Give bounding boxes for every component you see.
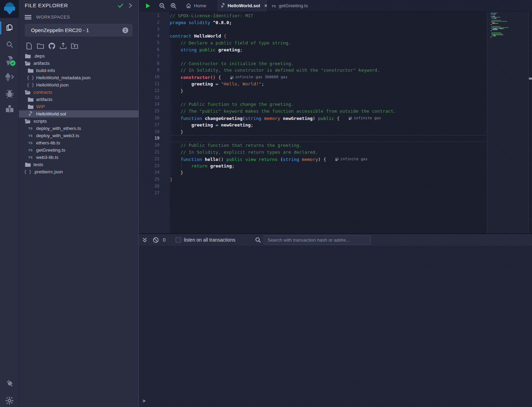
hamburger-menu-icon[interactable]: [25, 15, 31, 20]
scrollbar-thumb[interactable]: [529, 78, 532, 80]
ts-icon: TS: [28, 156, 33, 159]
indent-guide: [171, 135, 171, 142]
indent-guide: [171, 81, 171, 88]
tree-item-wip[interactable]: WIP: [19, 103, 139, 110]
line-number: 5: [139, 40, 159, 47]
zoom-out-icon[interactable]: [159, 0, 165, 11]
deploy-and-run-icon[interactable]: [0, 70, 19, 84]
code-line-14: // Public function to change the greetin…: [170, 101, 487, 108]
tree-item-helloworld-sol[interactable]: HelloWorld.sol: [19, 110, 139, 118]
check-icon: [117, 3, 124, 8]
gas-estimate-widget[interactable]: infinite gas: [335, 156, 367, 163]
tree-item-build-info[interactable]: build-info: [19, 67, 139, 74]
line-number: 4: [139, 33, 159, 40]
indent-guide: [171, 122, 171, 129]
code-line-10: constructor() {infinite gas 368600 gas: [170, 74, 487, 81]
zoom-in-icon[interactable]: [170, 0, 177, 11]
tree-item-label: .deps: [33, 53, 45, 59]
transaction-search-input[interactable]: [264, 235, 371, 245]
editor-scrollbar[interactable]: [528, 11, 532, 233]
gas-estimate-widget[interactable]: infinite gas 368600 gas: [230, 74, 288, 81]
code-line-24: }: [170, 169, 487, 176]
line-number: 8: [139, 60, 159, 67]
sol-icon: [28, 111, 33, 116]
gas-estimate-widget[interactable]: infinite gas: [348, 115, 381, 122]
upload-folder-icon[interactable]: [70, 42, 79, 50]
tree-item--deps[interactable]: .deps: [19, 52, 139, 60]
upload-file-icon[interactable]: [59, 42, 67, 50]
new-folder-icon[interactable]: [36, 42, 44, 50]
code-line-1: // SPDX-License-Identifier: MIT: [170, 12, 487, 19]
tree-item-scripts[interactable]: scripts: [19, 118, 139, 125]
chevron-right-icon[interactable]: [128, 3, 133, 8]
debugger-icon[interactable]: [0, 87, 19, 101]
learn-book-icon[interactable]: [0, 102, 19, 116]
terminal-prompt: >: [143, 398, 145, 404]
collapse-double-chevron-icon[interactable]: [142, 234, 147, 246]
tree-item-web3-lib-ts[interactable]: TSweb3-lib.ts: [19, 154, 139, 161]
tree-item-contracts[interactable]: contracts: [19, 89, 139, 96]
code-content[interactable]: // SPDX-License-Identifier: MITpragma so…: [170, 11, 487, 233]
new-file-icon[interactable]: [25, 42, 33, 50]
indent-guide: [171, 88, 171, 94]
tree-item-tests[interactable]: tests: [19, 161, 139, 168]
line-number: 6: [139, 47, 159, 53]
code-line-18: }: [170, 129, 487, 135]
tab-label: HelloWorld.sol: [228, 3, 260, 8]
folder-open-icon: [25, 61, 31, 65]
tab-home[interactable]: Home: [182, 0, 215, 11]
remix-logo[interactable]: [0, 0, 19, 18]
tree-item-getgreeting-ts[interactable]: TSgetGreeting.ts: [19, 146, 139, 154]
ts-icon: TS: [272, 3, 276, 8]
indent-guide: [171, 129, 171, 135]
line-number: 10: [139, 74, 159, 81]
tree-item-deploy-with-ethers-ts[interactable]: TSdeploy_with_ethers.ts: [19, 125, 139, 132]
listen-transactions-checkbox[interactable]: [176, 237, 181, 243]
run-play-icon[interactable]: [146, 0, 150, 11]
plugin-manager-icon[interactable]: [0, 377, 19, 390]
search-icon[interactable]: [0, 38, 19, 51]
github-icon[interactable]: [48, 42, 56, 50]
tree-item--prettierrc-json[interactable]: { }.prettierrc.json: [19, 168, 139, 175]
line-number: 14: [139, 101, 159, 108]
code-line-19: [170, 135, 487, 142]
line-number: 24: [139, 169, 159, 176]
line-number: 18: [139, 129, 159, 135]
code-line-21: // In Solidity, explicit return types ar…: [170, 149, 487, 156]
indent-guide: [171, 60, 171, 67]
tab-helloworld-sol[interactable]: HelloWorld.sol×: [217, 0, 268, 11]
sort-circle-icon: [122, 27, 128, 33]
tree-item-artifacts[interactable]: artifacts: [19, 96, 139, 103]
minimap[interactable]: [491, 13, 522, 41]
line-number: 27: [139, 190, 159, 197]
solidity-compiler-icon[interactable]: [0, 54, 19, 68]
file-explorer-icon[interactable]: [0, 21, 19, 34]
tab-getgreeting-ts[interactable]: TSgetGreeting.ts: [268, 0, 313, 11]
terminal-console[interactable]: >: [139, 246, 532, 407]
line-number: 2: [139, 19, 159, 26]
clear-console-icon[interactable]: [153, 234, 159, 246]
listen-transactions-label: listen on all transactions: [184, 234, 235, 246]
code-line-2: pragma solidity ^0.8.0;: [170, 19, 487, 26]
activity-bar: [0, 0, 19, 407]
tab-label: Home: [194, 3, 206, 8]
indent-guide: [171, 142, 171, 149]
tree-item-ethers-lib-ts[interactable]: TSethers-lib.ts: [19, 139, 139, 146]
folder-icon: [28, 97, 33, 102]
tree-item-helloworld-json[interactable]: { }HelloWorld.json: [19, 81, 139, 89]
tree-item-deploy-with-web3-ts[interactable]: TSdeploy_with_web3.ts: [19, 132, 139, 139]
editor-area: HomeHelloWorld.sol×TSgetGreeting.ts 1234…: [139, 0, 532, 233]
tree-item-label: artifacts: [33, 61, 50, 66]
workspace-select[interactable]: OpenZeppelin ERC20 - 1: [25, 24, 133, 37]
tree-item-label: getGreeting.ts: [36, 147, 65, 153]
code-line-5: // Declare a public field of type string…: [170, 40, 487, 47]
code-line-9: // In Solidity, the constructor is defin…: [170, 67, 487, 74]
code-region[interactable]: 1234567891011121314151617181920212223242…: [139, 11, 532, 233]
code-line-16: function changeGreeting(string memory ne…: [170, 115, 487, 122]
ts-icon: TS: [28, 141, 33, 145]
tree-item-helloworld-metadata-json[interactable]: { }HelloWorld_metadata.json: [19, 74, 139, 81]
tab-close-icon[interactable]: ×: [264, 3, 267, 9]
settings-gear-icon[interactable]: [0, 394, 19, 407]
line-number: 17: [139, 122, 159, 129]
tree-item-artifacts[interactable]: artifacts: [19, 60, 139, 67]
